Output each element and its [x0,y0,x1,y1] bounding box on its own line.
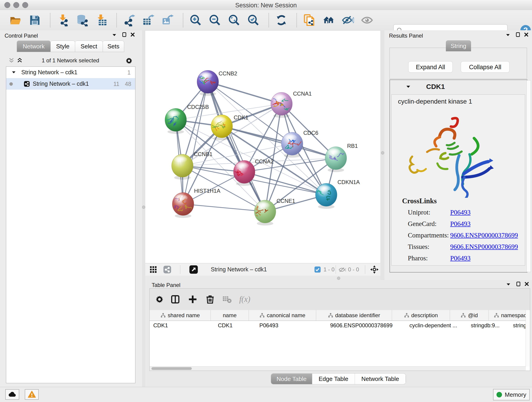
expand-all-button[interactable]: Expand All [408,61,453,73]
crosslink-row: GeneCard:P06493 [392,220,525,231]
column-header-database-identifier[interactable]: database identifier [316,310,392,321]
warnings-button[interactable] [25,389,39,400]
collapse-all-button[interactable]: Collapse All [461,61,510,73]
cloud-button[interactable] [5,389,19,400]
tab-network-table[interactable]: Network Table [355,374,406,384]
clone-network-icon[interactable] [303,14,316,27]
gear-icon[interactable] [154,294,165,304]
close-panel-icon[interactable] [523,32,529,38]
gear-icon[interactable] [125,56,131,62]
scrollbar-thumb[interactable] [152,367,192,370]
panel-menu-icon[interactable] [111,32,117,38]
import-network-icon[interactable] [56,14,69,27]
crosslink-link[interactable]: 9606.ENSP00000378699 [450,231,518,239]
table-horizontal-scrollbar[interactable] [150,366,526,370]
table-cell[interactable]: CDK1 [214,321,256,330]
tab-node-table[interactable]: Node Table [271,374,312,384]
zoom-selected-icon[interactable] [247,14,260,27]
tab-sets[interactable]: Sets [103,41,124,52]
show-columns-icon[interactable] [170,294,180,304]
float-panel-icon[interactable] [121,32,127,38]
table-vertical-scrollbar[interactable] [526,310,530,366]
results-scrollbar[interactable] [526,80,531,272]
node-CDC25B[interactable] [165,108,186,134]
network-row-selected[interactable]: String Network – cdk1 11 48 [6,78,135,89]
table-cell[interactable]: stringdb:9... [467,321,509,330]
node-RB1[interactable] [325,147,347,172]
table-cell[interactable]: CDK1 [150,321,214,330]
zoom-in-icon[interactable] [189,14,202,27]
tab-string[interactable]: String [446,40,471,51]
memory-button[interactable]: Memory [493,389,530,400]
node-CCNB1[interactable] [172,154,193,180]
open-icon[interactable] [9,14,22,27]
right-splitter[interactable] [380,30,385,280]
edge-CCNB2-CCNA1[interactable] [208,82,282,104]
crosslink-link[interactable]: P06493 [450,209,471,216]
panel-menu-icon[interactable] [505,32,511,38]
import-database-icon[interactable] [76,14,89,27]
crosslink-link[interactable]: 9606.ENSP00000378699 [450,243,518,250]
string-home-icon[interactable] [322,14,335,27]
table-cell[interactable]: 9606.ENSP00000378699 [326,321,406,330]
refresh-icon[interactable] [275,14,288,27]
tab-select[interactable]: Select [75,41,103,52]
collection-disclosure-icon[interactable] [11,70,16,76]
node-CCNB2[interactable] [197,70,219,96]
zoom-fit-icon[interactable] [228,14,241,27]
tab-style[interactable]: Style [51,41,75,52]
crosslink-link[interactable]: P06493 [450,220,471,228]
close-panel-icon[interactable] [524,281,530,287]
hidden-eye-icon[interactable] [339,266,346,274]
network-collection-row[interactable]: String Network – cdk1 1 [6,67,135,78]
node-CDC6[interactable] [281,132,303,158]
tab-network[interactable]: Network [17,41,51,52]
delete-column-icon[interactable] [205,294,215,304]
bottom-splitter-handle[interactable] [337,277,340,280]
network-badge-icon[interactable] [163,265,172,275]
export-network-icon[interactable] [123,14,136,27]
right-splitter-handle[interactable] [381,151,384,154]
table-cell[interactable]: P06493 [256,321,326,330]
edge-CCNA1-CCNE1[interactable] [265,104,282,211]
column-header--id[interactable]: @id [450,310,489,321]
network-view-canvas[interactable]: CCNB2CCNA1CDC25BCDK1CDC6RB1CCNB1CCNA2CDK… [145,31,380,263]
selected-checkbox-icon[interactable] [314,266,321,274]
column-header-shared-name[interactable]: shared name [150,310,211,321]
column-header-name[interactable]: name [211,310,249,321]
save-icon[interactable] [28,14,41,27]
crosslink-row: Tissues:9606.ENSP00000378699 [392,243,525,254]
zoom-out-icon[interactable] [209,14,221,27]
current-network-name: String Network – cdk1 [211,266,267,273]
table-cell[interactable]: stringdb [509,321,526,330]
hide-eye-icon[interactable] [341,14,354,27]
left-splitter-handle[interactable] [142,206,145,209]
float-panel-icon[interactable] [515,32,521,38]
grid-view-icon[interactable] [149,265,158,275]
table-row[interactable]: CDK1CDK1P064939606.ENSP00000378699cyclin… [150,321,526,330]
node-CDKN1A[interactable] [316,183,337,209]
toolbar-separator [297,13,297,27]
node-HIST1H1A[interactable] [171,192,194,218]
edge-CDK1-RB1[interactable] [222,126,336,158]
node-CCNA1[interactable] [271,92,292,118]
column-header-canonical-name[interactable]: canonical name [249,310,316,321]
float-panel-icon[interactable] [515,281,521,287]
tab-edge-table[interactable]: Edge Table [312,374,355,384]
column-header-description[interactable]: description [392,310,450,321]
show-eye-icon[interactable] [361,14,374,27]
close-panel-icon[interactable] [130,32,136,38]
protein-disclosure-icon[interactable] [405,84,411,90]
node-CCNE1[interactable] [253,200,276,225]
add-column-icon[interactable] [188,294,198,304]
import-table-icon[interactable] [95,14,108,27]
open-in-new-window-icon[interactable] [189,264,199,275]
move-crosshair-icon[interactable] [370,265,379,275]
crosslink-link[interactable]: P06493 [450,254,471,262]
table-cell[interactable]: cyclin-dependent ... [406,321,467,330]
export-table-icon[interactable] [142,14,155,27]
panel-menu-icon[interactable] [505,281,511,287]
column-header-namespace[interactable]: namespace [489,310,526,321]
export-image-icon[interactable] [161,14,174,27]
network-graph[interactable]: CCNB2CCNA1CDC25BCDK1CDC6RB1CCNB1CCNA2CDK… [145,31,380,263]
